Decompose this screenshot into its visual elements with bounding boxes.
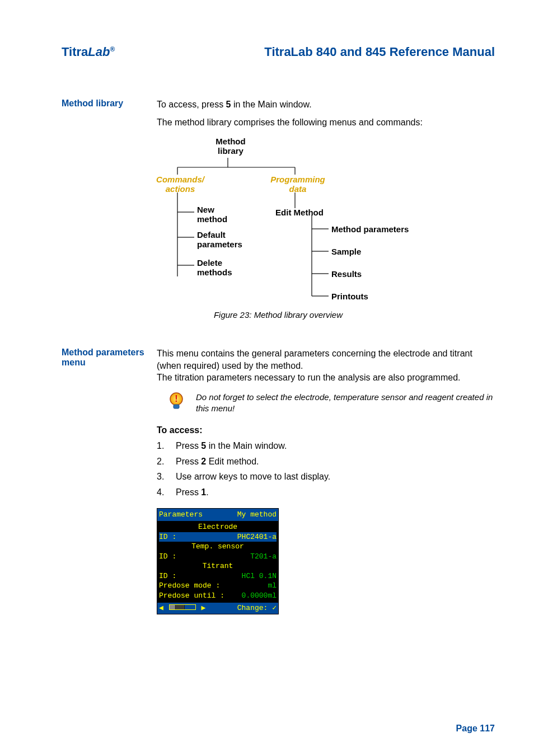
step-num: 3. [157,471,176,483]
node-new-method: Newmethod [197,205,247,224]
lcd-sec-temp: Temp. sensor [159,542,277,552]
lcd-row-predose-mode[interactable]: Predose mode : ml [159,581,277,591]
device-screen: Parameters My method Electrode ID : PHC2… [157,508,279,614]
step-num: 1. [157,440,176,452]
note-text: Do not forget to select the electrode, t… [196,392,495,415]
manual-title: TitraLab 840 and 845 Reference Manual [264,45,495,59]
node-programming: Programmingdata [264,175,331,194]
node-delete-methods: Deletemethods [197,258,253,277]
side-heading-2: Method parameters menu [62,348,157,614]
label: ID : [159,571,176,581]
key-5: 5 [226,100,231,109]
access-heading: To access: [157,424,495,436]
side-heading-1: Method library [62,98,157,128]
section-method-parameters: Method parameters menu This menu contain… [62,348,495,614]
value: ml [268,581,277,591]
label: ID : [159,532,176,542]
brand-logo: TitraLab® [62,45,115,59]
node-edit-method: Edit Method [271,208,327,217]
section-method-library: Method library To access, press 5 in the… [62,98,495,128]
lcd-sec-electrode: Electrode [159,522,277,532]
lcd-title-left: Parameters [159,510,203,520]
svg-text:!: ! [175,394,177,403]
step-3: Use arrow keys to move to last display. [176,471,330,483]
lcd-sec-titrant: Titrant [159,561,277,571]
value: PHC2401-a [237,532,277,542]
node-results: Results [331,269,387,279]
arrow-right-icon[interactable]: ▶ [201,604,205,612]
step-2: Press 2 Edit method. [176,456,259,468]
brand-sub: Lab [88,45,110,59]
label: Predose until : [159,591,224,601]
arrow-left-icon[interactable]: ◀ [159,604,163,612]
value: 0.0000ml [242,591,277,601]
diagram: Methodlibrary Commands/actions Programmi… [62,137,495,304]
lcd-row-id1[interactable]: ID : PHC2401-a [159,532,277,542]
s1-p1: To access, press 5 in the Main window. [157,98,495,111]
step-num: 2. [157,456,176,468]
brand-reg: ® [110,45,115,53]
s2-p1: This menu contains the general parameter… [157,348,495,372]
lcd-nav[interactable]: ◀ ▶ [159,603,205,613]
node-method-library: Methodlibrary [205,137,256,156]
document-page: TitraLab® TitraLab 840 and 845 Reference… [0,0,534,756]
lcd-row-predose-until[interactable]: Predose until : 0.0000ml [159,591,277,601]
note: ! Do not forget to select the electrode,… [157,392,495,415]
steps-list: 1. Press 5 in the Main window. 2. Press … [157,440,495,498]
value: HCl 0.1N [242,571,277,581]
s1-p2: The method library comprises the followi… [157,116,495,129]
text: in the Main window. [231,100,312,109]
lcd-row-id3[interactable]: ID : HCl 0.1N [159,571,277,581]
step-1: Press 5 in the Main window. [176,440,287,452]
s2-p2: The titration parameters necessary to ru… [157,372,495,384]
figure-caption: Figure 23: Method library overview [62,310,495,320]
brand-main: Titra [62,45,88,59]
step-4: Press 1. [176,486,209,499]
label: ID : [159,552,176,562]
lcd-row-id2[interactable]: ID : T201-a [159,552,277,562]
page-number: Page 117 [456,724,495,734]
node-default-parameters: Defaultparameters [197,230,259,249]
step-num: 4. [157,486,176,499]
node-sample: Sample [331,247,387,256]
page-header: TitraLab® TitraLab 840 and 845 Reference… [62,45,495,59]
value: T201-a [250,552,277,562]
node-commands: Commands/actions [149,175,211,194]
label: Predose mode : [159,581,220,591]
lcd-title-right: My method [237,510,277,520]
svg-rect-16 [174,405,179,408]
text: To access, press [157,100,226,109]
node-method-parameters: Method parameters [331,224,413,234]
alert-lightbulb-icon: ! [157,392,196,415]
lcd-change-label[interactable]: Change: ✓ [237,603,277,613]
node-printouts: Printouts [331,292,387,301]
